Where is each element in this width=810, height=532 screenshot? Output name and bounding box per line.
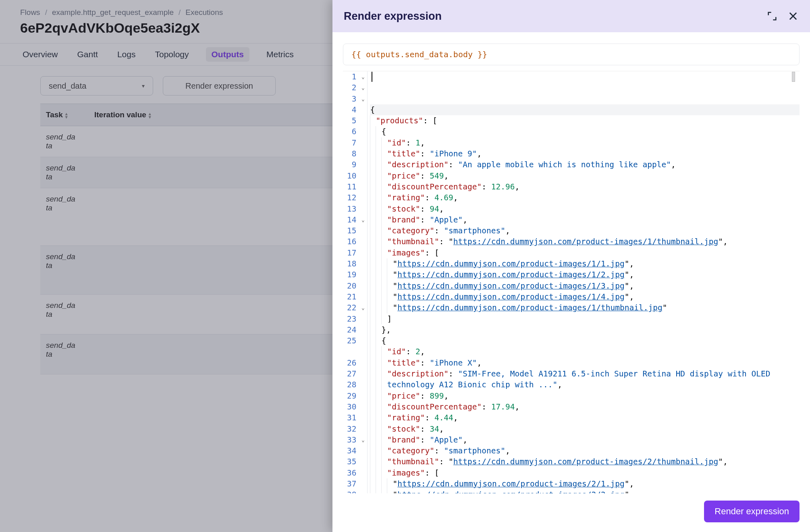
fold-toggle[interactable]: ⌄ (359, 94, 367, 104)
expand-icon[interactable] (766, 10, 778, 22)
code-line: "images": [ (370, 468, 800, 478)
code-line: "rating": 4.69, (370, 192, 800, 203)
fold-toggle[interactable] (359, 468, 367, 478)
fold-toggle[interactable] (359, 170, 367, 181)
code-line: "thumbnail": "https://cdn.dummyjson.com/… (370, 236, 800, 247)
code-line: "products": [ (370, 115, 800, 126)
code-line: "price": 899, (370, 391, 800, 401)
fold-toggle[interactable] (359, 137, 367, 148)
code-line: "discountPercentage": 17.94, (370, 401, 800, 412)
fold-toggle[interactable] (359, 424, 367, 434)
code-line: "https://cdn.dummyjson.com/product-image… (370, 489, 800, 493)
fold-toggle[interactable] (359, 357, 367, 368)
fold-toggle[interactable]: ⌄ (359, 302, 367, 313)
code-line: "https://cdn.dummyjson.com/product-image… (370, 269, 800, 280)
expression-text: {{ outputs.send_data.body }} (351, 50, 487, 59)
render-expression-panel: Render expression {{ outputs.send_data.b… (332, 0, 810, 532)
fold-toggle[interactable] (359, 368, 367, 379)
code-line: ] (370, 314, 800, 324)
fold-toggle[interactable] (359, 379, 367, 390)
code-line: "https://cdn.dummyjson.com/product-image… (370, 478, 800, 489)
panel-title: Render expression (344, 10, 442, 23)
fold-toggle[interactable]: ⌄ (359, 434, 367, 445)
code-line: }, (370, 324, 800, 335)
code-line: "images": [ (370, 247, 800, 258)
fold-toggle[interactable] (359, 225, 367, 236)
fold-toggle[interactable] (359, 314, 367, 324)
code-line: "brand": "Apple", (370, 434, 800, 445)
code-line: "thumbnail": "https://cdn.dummyjson.com/… (370, 456, 800, 467)
close-icon[interactable] (787, 10, 799, 22)
fold-toggle[interactable] (359, 204, 367, 214)
panel-footer: Render expression (332, 493, 810, 532)
fold-toggle[interactable] (359, 181, 367, 192)
bracket-highlight (792, 72, 795, 82)
fold-toggle[interactable] (359, 291, 367, 302)
fold-toggle[interactable] (359, 478, 367, 489)
fold-toggle[interactable] (359, 236, 367, 247)
fold-toggle[interactable] (359, 126, 367, 137)
fold-toggle[interactable] (359, 258, 367, 269)
code-line: "category": "smartphones", (370, 445, 800, 456)
code-line: "price": 549, (370, 170, 800, 181)
code-lines: {"products": [{"id": 1,"title": "iPhone … (368, 71, 800, 493)
code-line: technology A12 Bionic chip with ...", (370, 379, 800, 390)
code-line: "brand": "Apple", (370, 214, 800, 225)
fold-toggle[interactable] (359, 269, 367, 280)
fold-toggle[interactable] (359, 281, 367, 291)
fold-toggle[interactable] (359, 148, 367, 159)
code-line: "stock": 94, (370, 204, 800, 214)
fold-toggle[interactable] (359, 192, 367, 203)
code-line: { (370, 126, 800, 137)
line-gutter: 1234567891011121314151617181920212223242… (343, 71, 359, 493)
fold-toggle[interactable] (359, 247, 367, 258)
fold-toggle[interactable] (359, 412, 367, 423)
fold-toggle[interactable] (359, 489, 367, 493)
code-line: "description": "An apple mobile which is… (370, 159, 800, 170)
code-line: "description": "SIM-Free, Model A19211 6… (370, 368, 800, 379)
fold-toggle[interactable]: ⌄ (359, 214, 367, 225)
panel-header: Render expression (332, 0, 810, 32)
fold-toggle[interactable] (359, 346, 367, 357)
fold-toggle[interactable] (359, 159, 367, 170)
fold-toggle[interactable] (359, 335, 367, 346)
fold-column[interactable]: ⌄⌄⌄⌄⌄⌄ (359, 71, 368, 493)
panel-body: {{ outputs.send_data.body }} 12345678910… (332, 32, 810, 493)
code-line: "https://cdn.dummyjson.com/product-image… (370, 281, 800, 291)
code-line: "stock": 34, (370, 424, 800, 434)
fold-toggle[interactable]: ⌄ (359, 71, 367, 82)
code-line: "https://cdn.dummyjson.com/product-image… (370, 302, 800, 313)
code-line: "category": "smartphones", (370, 225, 800, 236)
code-line: "discountPercentage": 12.96, (370, 181, 800, 192)
fold-toggle[interactable] (359, 401, 367, 412)
code-line: "rating": 4.44, (370, 412, 800, 423)
code-line: "https://cdn.dummyjson.com/product-image… (370, 291, 800, 302)
fold-toggle[interactable] (359, 391, 367, 401)
code-line: "https://cdn.dummyjson.com/product-image… (370, 258, 800, 269)
code-line: "title": "iPhone X", (370, 357, 800, 368)
code-line: "title": "iPhone 9", (370, 148, 800, 159)
fold-toggle[interactable] (359, 324, 367, 335)
code-line: "id": 2, (370, 346, 800, 357)
fold-toggle[interactable] (359, 115, 367, 126)
code-viewer[interactable]: 1234567891011121314151617181920212223242… (343, 71, 800, 493)
expression-input[interactable]: {{ outputs.send_data.body }} (343, 44, 800, 65)
text-cursor (372, 72, 372, 82)
code-line: { (370, 335, 800, 346)
code-line: { (370, 104, 800, 115)
fold-toggle[interactable]: ⌄ (359, 82, 367, 93)
code-line: "id": 1, (370, 137, 800, 148)
fold-toggle[interactable] (359, 104, 367, 115)
render-expression-button[interactable]: Render expression (704, 501, 800, 522)
fold-toggle[interactable] (359, 456, 367, 467)
fold-toggle[interactable] (359, 445, 367, 456)
